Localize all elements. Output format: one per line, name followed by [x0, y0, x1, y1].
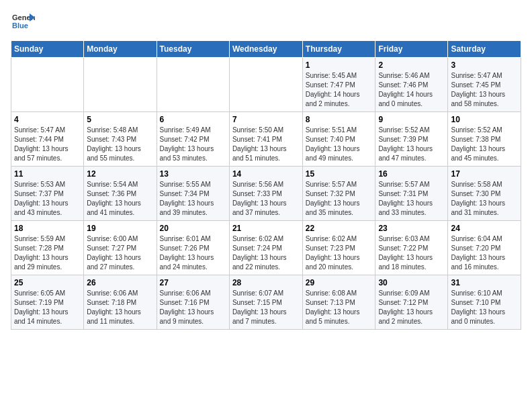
day-number: 7	[232, 115, 300, 124]
col-header-sunday: Sunday	[11, 41, 84, 58]
day-number: 29	[306, 278, 373, 287]
day-cell-25: 25Sunrise: 6:05 AM Sunset: 7:19 PM Dayli…	[11, 275, 84, 330]
day-info: Sunrise: 5:57 AM Sunset: 7:32 PM Dayligh…	[306, 180, 373, 218]
col-header-monday: Monday	[84, 41, 157, 58]
day-cell-1: 1Sunrise: 5:45 AM Sunset: 7:47 PM Daylig…	[302, 58, 375, 112]
col-header-tuesday: Tuesday	[157, 41, 229, 58]
day-number: 15	[306, 169, 373, 179]
day-cell-13: 13Sunrise: 5:55 AM Sunset: 7:34 PM Dayli…	[157, 167, 229, 221]
day-cell-18: 18Sunrise: 5:59 AM Sunset: 7:28 PM Dayli…	[11, 221, 84, 275]
day-number: 8	[306, 115, 373, 124]
day-info: Sunrise: 5:52 AM Sunset: 7:38 PM Dayligh…	[451, 126, 518, 163]
week-row-4: 18Sunrise: 5:59 AM Sunset: 7:28 PM Dayli…	[11, 221, 521, 275]
day-info: Sunrise: 6:07 AM Sunset: 7:15 PM Dayligh…	[232, 289, 300, 326]
empty-cell	[84, 58, 157, 112]
day-info: Sunrise: 6:08 AM Sunset: 7:13 PM Dayligh…	[306, 289, 373, 326]
day-info: Sunrise: 6:05 AM Sunset: 7:19 PM Dayligh…	[14, 289, 81, 326]
day-cell-14: 14Sunrise: 5:56 AM Sunset: 7:33 PM Dayli…	[229, 167, 302, 221]
day-cell-28: 28Sunrise: 6:07 AM Sunset: 7:15 PM Dayli…	[229, 275, 302, 330]
empty-cell	[157, 58, 229, 112]
col-header-friday: Friday	[375, 41, 448, 58]
day-info: Sunrise: 6:06 AM Sunset: 7:16 PM Dayligh…	[160, 289, 226, 326]
day-number: 5	[87, 115, 153, 124]
day-info: Sunrise: 6:09 AM Sunset: 7:12 PM Dayligh…	[378, 289, 445, 326]
day-info: Sunrise: 6:10 AM Sunset: 7:10 PM Dayligh…	[451, 289, 518, 326]
day-info: Sunrise: 5:52 AM Sunset: 7:39 PM Dayligh…	[378, 126, 445, 163]
day-cell-9: 9Sunrise: 5:52 AM Sunset: 7:39 PM Daylig…	[375, 112, 448, 167]
svg-text:Blue: Blue	[12, 21, 28, 30]
day-cell-4: 4Sunrise: 5:47 AM Sunset: 7:44 PM Daylig…	[11, 112, 84, 167]
day-cell-24: 24Sunrise: 6:04 AM Sunset: 7:20 PM Dayli…	[448, 221, 521, 275]
day-cell-21: 21Sunrise: 6:02 AM Sunset: 7:24 PM Dayli…	[229, 221, 302, 275]
day-cell-23: 23Sunrise: 6:03 AM Sunset: 7:22 PM Dayli…	[375, 221, 448, 275]
day-cell-29: 29Sunrise: 6:08 AM Sunset: 7:13 PM Dayli…	[302, 275, 375, 330]
day-cell-11: 11Sunrise: 5:53 AM Sunset: 7:37 PM Dayli…	[11, 167, 84, 221]
day-number: 24	[451, 224, 518, 233]
day-cell-22: 22Sunrise: 6:02 AM Sunset: 7:23 PM Dayli…	[302, 221, 375, 275]
day-number: 6	[160, 115, 226, 124]
day-info: Sunrise: 6:00 AM Sunset: 7:27 PM Dayligh…	[87, 234, 153, 272]
day-number: 3	[451, 60, 518, 70]
day-cell-26: 26Sunrise: 6:06 AM Sunset: 7:18 PM Dayli…	[84, 275, 157, 330]
day-number: 19	[87, 224, 153, 233]
week-row-2: 4Sunrise: 5:47 AM Sunset: 7:44 PM Daylig…	[11, 112, 521, 167]
day-info: Sunrise: 5:58 AM Sunset: 7:30 PM Dayligh…	[451, 180, 518, 218]
day-number: 13	[160, 169, 226, 179]
day-info: Sunrise: 5:57 AM Sunset: 7:31 PM Dayligh…	[378, 180, 445, 218]
day-cell-20: 20Sunrise: 6:01 AM Sunset: 7:26 PM Dayli…	[157, 221, 229, 275]
day-number: 10	[451, 115, 518, 124]
days-header-row: SundayMondayTuesdayWednesdayThursdayFrid…	[11, 41, 521, 58]
day-info: Sunrise: 6:02 AM Sunset: 7:24 PM Dayligh…	[232, 234, 300, 272]
day-number: 16	[378, 169, 445, 179]
day-number: 4	[14, 115, 81, 124]
day-number: 21	[232, 224, 300, 233]
day-cell-27: 27Sunrise: 6:06 AM Sunset: 7:16 PM Dayli…	[157, 275, 229, 330]
day-number: 11	[14, 169, 81, 179]
day-info: Sunrise: 5:45 AM Sunset: 7:47 PM Dayligh…	[306, 71, 373, 109]
day-cell-30: 30Sunrise: 6:09 AM Sunset: 7:12 PM Dayli…	[375, 275, 448, 330]
day-info: Sunrise: 5:55 AM Sunset: 7:34 PM Dayligh…	[160, 180, 226, 218]
day-cell-19: 19Sunrise: 6:00 AM Sunset: 7:27 PM Dayli…	[84, 221, 157, 275]
col-header-saturday: Saturday	[448, 41, 521, 58]
day-number: 2	[378, 60, 445, 70]
day-number: 26	[87, 278, 153, 287]
day-cell-31: 31Sunrise: 6:10 AM Sunset: 7:10 PM Dayli…	[448, 275, 521, 330]
day-info: Sunrise: 6:01 AM Sunset: 7:26 PM Dayligh…	[160, 234, 226, 272]
day-info: Sunrise: 5:56 AM Sunset: 7:33 PM Dayligh…	[232, 180, 300, 218]
week-row-5: 25Sunrise: 6:05 AM Sunset: 7:19 PM Dayli…	[11, 275, 521, 330]
day-cell-12: 12Sunrise: 5:54 AM Sunset: 7:36 PM Dayli…	[84, 167, 157, 221]
day-cell-16: 16Sunrise: 5:57 AM Sunset: 7:31 PM Dayli…	[375, 167, 448, 221]
logo: General Blue	[11, 11, 35, 35]
day-cell-15: 15Sunrise: 5:57 AM Sunset: 7:32 PM Dayli…	[302, 167, 375, 221]
day-number: 30	[378, 278, 445, 287]
day-number: 31	[451, 278, 518, 287]
day-number: 28	[232, 278, 300, 287]
day-info: Sunrise: 5:51 AM Sunset: 7:40 PM Dayligh…	[306, 126, 373, 163]
day-cell-17: 17Sunrise: 5:58 AM Sunset: 7:30 PM Dayli…	[448, 167, 521, 221]
day-info: Sunrise: 6:02 AM Sunset: 7:23 PM Dayligh…	[306, 234, 373, 272]
day-cell-10: 10Sunrise: 5:52 AM Sunset: 7:38 PM Dayli…	[448, 112, 521, 167]
day-number: 1	[306, 60, 373, 70]
day-info: Sunrise: 6:03 AM Sunset: 7:22 PM Dayligh…	[378, 234, 445, 272]
day-cell-2: 2Sunrise: 5:46 AM Sunset: 7:46 PM Daylig…	[375, 58, 448, 112]
page-header: General Blue	[11, 11, 521, 35]
day-cell-7: 7Sunrise: 5:50 AM Sunset: 7:41 PM Daylig…	[229, 112, 302, 167]
week-row-3: 11Sunrise: 5:53 AM Sunset: 7:37 PM Dayli…	[11, 167, 521, 221]
day-info: Sunrise: 5:54 AM Sunset: 7:36 PM Dayligh…	[87, 180, 153, 218]
calendar-table: SundayMondayTuesdayWednesdayThursdayFrid…	[11, 40, 521, 330]
day-info: Sunrise: 5:46 AM Sunset: 7:46 PM Dayligh…	[378, 71, 445, 109]
day-info: Sunrise: 5:47 AM Sunset: 7:45 PM Dayligh…	[451, 71, 518, 109]
day-info: Sunrise: 5:48 AM Sunset: 7:43 PM Dayligh…	[87, 126, 153, 163]
day-number: 27	[160, 278, 226, 287]
day-info: Sunrise: 5:49 AM Sunset: 7:42 PM Dayligh…	[160, 126, 226, 163]
day-number: 17	[451, 169, 518, 179]
empty-cell	[11, 58, 84, 112]
col-header-wednesday: Wednesday	[229, 41, 302, 58]
day-cell-6: 6Sunrise: 5:49 AM Sunset: 7:42 PM Daylig…	[157, 112, 229, 167]
day-info: Sunrise: 6:04 AM Sunset: 7:20 PM Dayligh…	[451, 234, 518, 272]
day-info: Sunrise: 5:59 AM Sunset: 7:28 PM Dayligh…	[14, 234, 81, 272]
day-number: 23	[378, 224, 445, 233]
day-cell-8: 8Sunrise: 5:51 AM Sunset: 7:40 PM Daylig…	[302, 112, 375, 167]
empty-cell	[229, 58, 302, 112]
day-number: 9	[378, 115, 445, 124]
